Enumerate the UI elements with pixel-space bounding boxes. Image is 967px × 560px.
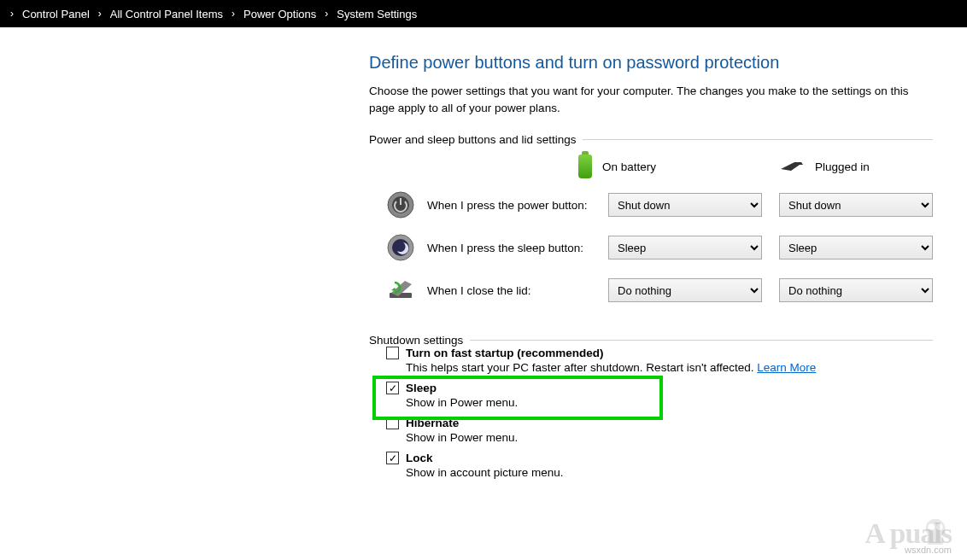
column-on-battery: On battery [578, 155, 698, 178]
column-plugged-in: Plugged in [779, 159, 899, 174]
sleep-button-plugged-select[interactable]: Sleep [779, 236, 933, 260]
svg-point-8 [936, 523, 943, 530]
fast-startup-description: This helps start your PC faster after sh… [406, 361, 933, 374]
lock-item: Lock Show in account picture menu. [386, 452, 933, 479]
power-button-battery-select[interactable]: Shut down [608, 193, 762, 217]
lid-plugged-select[interactable]: Do nothing [779, 278, 933, 302]
shutdown-section: Shutdown settings Turn on fast startup (… [369, 334, 933, 487]
chevron-right-icon: › [325, 8, 328, 20]
row-label: When I press the sleep button: [427, 242, 608, 254]
fast-startup-label: Turn on fast startup (recommended) [406, 347, 604, 359]
hibernate-description: Show in Power menu. [406, 431, 933, 444]
sleep-item: Sleep Show in Power menu. [386, 382, 933, 409]
row-power-button: When I press the power button: Shut down… [369, 190, 933, 219]
breadcrumb-all-items[interactable]: All Control Panel Items [105, 8, 228, 20]
battery-icon [578, 155, 592, 178]
lid-battery-select[interactable]: Do nothing [608, 278, 762, 302]
plug-icon [779, 159, 805, 174]
chevron-right-icon: › [98, 8, 102, 20]
svg-point-7 [928, 523, 935, 530]
lid-icon [386, 276, 415, 305]
svg-rect-6 [928, 537, 944, 545]
watermark: A puals wsxdn.com [864, 517, 952, 555]
hibernate-checkbox[interactable] [386, 417, 399, 429]
section-legend: Power and sleep buttons and lid settings [369, 133, 583, 146]
sleep-label: Sleep [406, 382, 437, 394]
breadcrumb-system-settings[interactable]: System Settings [331, 8, 422, 20]
learn-more-link[interactable]: Learn More [757, 361, 816, 374]
power-button-plugged-select[interactable]: Shut down [779, 193, 933, 217]
section-legend: Shutdown settings [369, 334, 470, 347]
hibernate-item: Hibernate Show in Power menu. [386, 417, 933, 444]
row-label: When I close the lid: [427, 284, 608, 297]
row-label: When I press the power button: [427, 199, 608, 212]
chevron-right-icon: › [10, 8, 14, 20]
lock-label: Lock [406, 452, 433, 464]
sleep-button-icon [386, 233, 415, 262]
lock-checkbox[interactable] [386, 452, 399, 464]
column-label-battery: On battery [602, 160, 656, 173]
breadcrumb-control-panel[interactable]: Control Panel [17, 8, 95, 20]
page-description: Choose the power settings that you want … [369, 83, 933, 116]
breadcrumb-power-options[interactable]: Power Options [238, 8, 321, 20]
power-button-icon [386, 190, 415, 219]
power-sleep-section: Power and sleep buttons and lid settings… [369, 133, 933, 318]
hibernate-label: Hibernate [406, 417, 459, 429]
page-title: Define power buttons and turn on passwor… [369, 53, 933, 73]
row-sleep-button: When I press the sleep button: Sleep Sle… [369, 233, 933, 262]
lock-description: Show in account picture menu. [406, 466, 933, 479]
column-label-plugged: Plugged in [815, 160, 870, 173]
breadcrumb: › Control Panel › All Control Panel Item… [0, 0, 967, 27]
chevron-right-icon: › [231, 8, 235, 20]
fast-startup-item: Turn on fast startup (recommended) This … [386, 347, 933, 374]
sleep-button-battery-select[interactable]: Sleep [608, 236, 762, 260]
sleep-checkbox[interactable] [386, 382, 399, 394]
watermark-mascot-icon [919, 514, 952, 546]
row-close-lid: When I close the lid: Do nothing Do noth… [369, 276, 933, 305]
sleep-description: Show in Power menu. [406, 396, 933, 409]
fast-startup-checkbox[interactable] [386, 347, 399, 359]
